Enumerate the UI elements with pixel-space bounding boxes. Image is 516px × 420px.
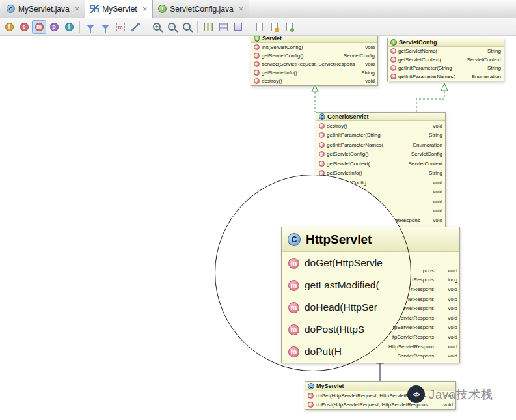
method-return-type: void [433,199,442,204]
uml-diagram-icon [90,5,99,13]
method-name: destroy() [262,78,360,84]
class-icon: C [288,233,301,246]
diagram-extras-button[interactable] [282,20,297,34]
print-diagram-icon [271,23,278,31]
method-return-type: void [365,78,375,84]
method-row-partial[interactable]: ponsvoid [388,266,459,275]
reset-zoom-button[interactable] [180,20,194,34]
filter-dependencies-button[interactable] [83,20,98,34]
method-row-partial[interactable]: ttpServletResponsvoid [388,332,459,342]
method-row-partial[interactable]: ServletResponsvoid [388,351,459,361]
method-name: getInitParameterNames( [327,142,409,148]
method-row[interactable]: mdestroy()void [316,121,445,131]
diagram-canvas[interactable]: I Servlet minit(ServletConfig)voidmgetSe… [0,0,516,420]
method-icon: m [308,393,314,399]
show-constructors-button[interactable]: c [17,20,31,34]
toolbar-separator [249,21,249,33]
interface-icon: I [390,39,397,46]
export-to-file-icon [256,23,263,31]
method-name: destroy() [327,123,428,129]
method-icon: m [254,53,260,59]
method-row[interactable]: mgetServletConfig()ServletConfig [251,51,377,60]
method-name: getServletConfig() [262,53,339,59]
interface-icon: I [158,5,167,13]
interface-icon: I [254,35,260,42]
export-to-file-button[interactable] [252,20,267,34]
show-methods-button[interactable]: m [32,20,46,34]
uml-class-servletconfig[interactable]: I ServletConfig mgetServletName(Stringmg… [387,38,504,81]
method-row-partial[interactable]: HttpServletResponsvoid [388,342,459,352]
tab-servletconfig-java[interactable]: I ServletConfig.java × [153,0,249,18]
method-row[interactable]: mgetServletContext(ServletContext [388,55,504,64]
method-name: getInitParameter(String [398,65,483,71]
method-icon: m [254,44,260,50]
method-return-type: void [365,44,375,50]
zoom-out-button[interactable]: − [165,20,179,34]
uml-class-servlet[interactable]: I Servlet minit(ServletConfig)voidmgetSe… [251,34,378,86]
method-row-partial[interactable]: ervletResponsvoid [388,313,459,323]
close-icon[interactable]: × [75,5,80,13]
show-properties-button[interactable]: p [47,20,61,34]
class-header[interactable]: I ServletConfig [388,38,504,47]
method-row[interactable]: mservice(ServletRequest, ServletResponsv… [251,60,377,68]
method-row[interactable]: mgetInitParameter(StringString [316,131,445,141]
realization-edge-servletconfig [416,91,444,112]
method-return-type: void [433,189,442,195]
method-row[interactable]: mgetInitParameterNames(Enumeration [316,140,445,150]
print-diagram-button[interactable] [267,20,282,34]
apply-layout-icon [204,23,213,31]
tab-myservlet-diagram[interactable]: MyServlet × [85,0,153,18]
show-properties-icon: p [50,23,59,31]
show-dependencies-button[interactable] [128,20,143,34]
show-inner-classes-button[interactable]: i [62,20,76,34]
method-row[interactable]: minit(ServletConfig)void [251,43,377,51]
class-header[interactable]: C GenericServlet [316,113,445,121]
method-return-type: void [434,324,457,330]
method-row[interactable]: mgetServletName(String [388,47,504,55]
method-icon: m [288,324,299,335]
close-icon[interactable]: × [143,5,148,13]
method-name-fragment: ServletRespons [398,353,434,359]
class-icon: C [308,383,314,389]
method-icon: m [390,74,396,79]
method-icon: m [254,78,260,84]
method-row[interactable]: mgetServletConfig()ServletConfig [316,150,445,160]
method-return-type: void [434,353,457,359]
show-selected-members-button[interactable]: m [113,20,128,34]
zoom-in-button[interactable]: + [150,20,164,34]
tab-label: ServletConfig.java [170,5,233,14]
method-icon: m [319,123,325,129]
method-row-partial[interactable]: letResponsvoid [388,294,459,304]
show-fields-button[interactable]: f [2,20,16,34]
method-return-type: Enumeration [472,74,501,79]
method-row[interactable]: mdestroy()void [251,77,377,85]
tab-myservlet-java[interactable]: C MyServlet.java × [1,0,85,18]
fit-content-button[interactable] [216,20,230,34]
method-name-fragment: ttpServletRespons [392,334,434,340]
method-return-type: String [487,65,501,71]
class-header[interactable]: C HttpServlet [282,227,459,252]
class-name: HttpServlet [306,232,372,247]
method-row[interactable]: mgetServletContext(ServletContext [316,159,445,169]
method-row[interactable]: mgetServletInfo()String [251,68,377,77]
method-row-partial[interactable]: tpServletResponsvoid [388,323,459,333]
method-row-partial[interactable]: rvletResponsvoid [388,303,459,313]
method-return-type: void [433,217,442,223]
method-row[interactable]: mgetServletInfo()String [316,169,445,178]
method-row-partial[interactable]: ftResponsvoid [388,285,459,294]
apply-layout-button[interactable] [201,20,215,34]
class-name: Servlet [262,35,282,42]
method-name-fragment: tpServletRespons [393,324,434,330]
save-diagram-button[interactable] [231,20,245,34]
method-name-fragment: tRespons [412,277,434,283]
method-icon: m [308,402,314,408]
show-inner-classes-icon: i [65,23,74,31]
tab-label: MyServlet.java [18,5,70,14]
method-row[interactable]: mgetInitParameter(StringString [388,64,504,72]
method-row-partial[interactable]: tResponslong [388,275,459,285]
toolbar-separator [197,21,198,33]
edit-filter-scope-button[interactable] [98,20,113,34]
realization-arrowhead-servletconfig [441,83,448,91]
close-icon[interactable]: × [239,5,244,13]
method-row[interactable]: mgetInitParameterNames(Enumeration [388,72,504,81]
